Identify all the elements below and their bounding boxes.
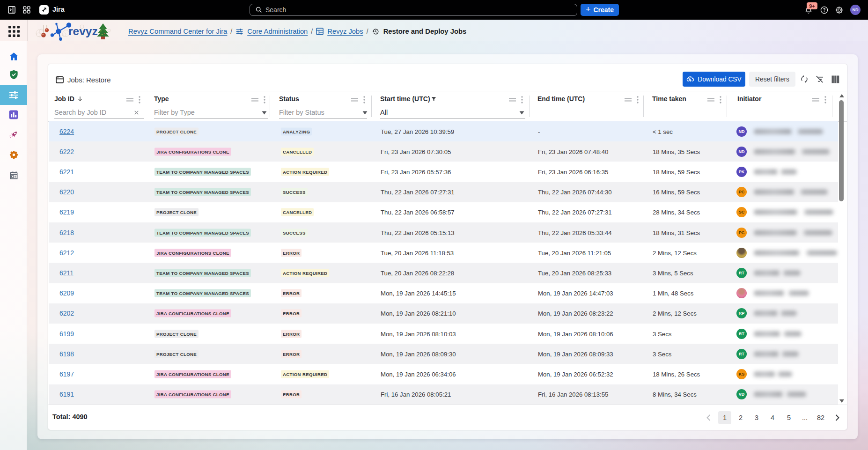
svg-text:revyz: revyz — [68, 25, 98, 37]
